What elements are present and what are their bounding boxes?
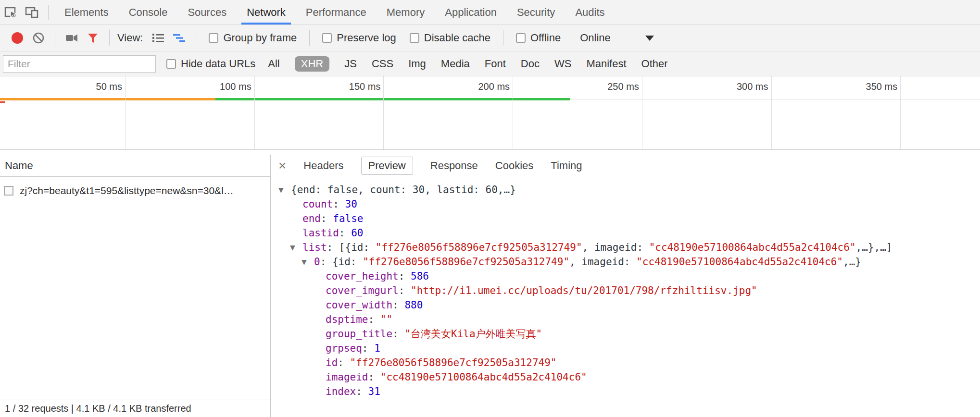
- type-filter-media[interactable]: Media: [441, 58, 470, 70]
- clear-button[interactable]: [28, 27, 49, 49]
- json-plain: ,…},…]: [856, 240, 892, 255]
- name-column-header[interactable]: Name: [0, 155, 270, 177]
- json-str: "台湾美女Kila户外唯美写真": [404, 327, 542, 341]
- preserve-log-option[interactable]: Preserve log: [322, 32, 396, 44]
- type-filter-manifest[interactable]: Manifest: [586, 58, 626, 70]
- type-filter-other[interactable]: Other: [641, 58, 668, 70]
- filter-input[interactable]: [3, 55, 156, 73]
- requests-pane: Name zj?ch=beauty&t1=595&listtype=new&sn…: [0, 155, 271, 417]
- type-filter-doc[interactable]: Doc: [521, 58, 540, 70]
- json-str: "http://i1.umei.cc/uploads/tu/201701/798…: [411, 283, 757, 298]
- tree-line: ▼list: [{id: "ff276e8056f58896e7cf92505a…: [271, 240, 980, 255]
- request-row[interactable]: zj?ch=beauty&t1=595&listtype=new&sn=30&l…: [0, 181, 270, 201]
- tree-line: id: "ff276e8056f58896e7cf92505a312749": [271, 356, 980, 370]
- offline-label: Offline: [530, 32, 561, 44]
- status-bar: 1 / 32 requests | 4.1 KB / 4.1 KB transf…: [0, 400, 270, 417]
- tree-line: cover_imgurl: "http://i1.umei.cc/uploads…: [271, 283, 980, 298]
- toolbar-separator: [196, 30, 196, 46]
- tree-line: ▼0: {id: "ff276e8056f58896e7cf92505a3127…: [271, 255, 980, 269]
- device-toolbar-button[interactable]: [21, 2, 42, 23]
- request-list: zj?ch=beauty&t1=595&listtype=new&sn=30&l…: [0, 177, 270, 201]
- preview-tree: ▼{end: false, count: 30, lastid: 60,…}co…: [271, 177, 980, 417]
- json-plain: : {id:: [320, 255, 363, 269]
- type-filter-xhr[interactable]: XHR: [295, 56, 329, 72]
- json-num: false: [333, 211, 363, 226]
- throttling-select[interactable]: Online: [580, 32, 654, 44]
- detail-tab-headers[interactable]: Headers: [303, 159, 343, 172]
- preserve-log-checkbox[interactable]: [322, 33, 332, 43]
- overview-toggle-button[interactable]: [169, 27, 190, 49]
- json-plain: ,…}: [843, 255, 861, 269]
- timeline-tick-label: 200 ms: [438, 81, 510, 92]
- list-view-icon: [151, 31, 165, 45]
- hide-data-urls-checkbox[interactable]: [166, 59, 176, 69]
- tree-line: grpseq: 1: [271, 341, 980, 356]
- tab-console[interactable]: Console: [119, 0, 178, 25]
- expander-icon[interactable]: ▼: [302, 255, 314, 269]
- json-key: cover_height: [326, 269, 399, 283]
- expander-icon[interactable]: ▼: [278, 183, 291, 197]
- json-key: count: [302, 197, 333, 211]
- detail-tab-cookies[interactable]: Cookies: [495, 159, 533, 172]
- tab-application[interactable]: Application: [435, 0, 507, 25]
- capture-screenshots-button[interactable]: [61, 27, 82, 49]
- type-filter-css[interactable]: CSS: [372, 58, 393, 70]
- json-num: 1: [374, 341, 380, 356]
- inspect-element-button[interactable]: [0, 2, 21, 23]
- type-filter-font[interactable]: Font: [485, 58, 506, 70]
- tab-network[interactable]: Network: [237, 0, 296, 25]
- group-by-frame-checkbox[interactable]: [209, 33, 218, 43]
- detail-tab-response[interactable]: Response: [430, 159, 478, 172]
- filter-toggle-button[interactable]: [82, 27, 103, 49]
- type-filters: AllXHRJSCSSImgMediaFontDocWSManifestOthe…: [268, 56, 667, 72]
- disable-cache-checkbox[interactable]: [410, 33, 419, 43]
- type-filter-ws[interactable]: WS: [554, 58, 571, 70]
- offline-checkbox[interactable]: [516, 33, 526, 43]
- tree-line: lastid: 60: [271, 226, 980, 240]
- timeline-ruler: 50 ms100 ms150 ms200 ms250 ms300 ms350 m…: [0, 76, 980, 100]
- offline-option[interactable]: Offline: [516, 32, 561, 44]
- close-icon[interactable]: ×: [278, 159, 286, 172]
- type-filter-img[interactable]: Img: [408, 58, 426, 70]
- timeline-tick-label: 300 ms: [696, 81, 768, 92]
- json-str: "ff276e8056f58896e7cf92505a312749": [350, 356, 557, 370]
- json-plain: :: [399, 269, 411, 283]
- list-view-button[interactable]: [148, 27, 169, 49]
- json-plain: :: [339, 226, 351, 240]
- json-num: 880: [404, 298, 423, 312]
- tree-line: count: 30: [271, 197, 980, 211]
- json-key: end: [302, 211, 321, 226]
- json-key: list: [302, 240, 327, 255]
- json-str: "cc48190e57100864abc4d55a2c4104c6": [649, 240, 856, 255]
- type-filter-js[interactable]: JS: [344, 58, 357, 70]
- detail-pane: × HeadersPreviewResponseCookiesTiming ▼{…: [271, 155, 980, 417]
- disable-cache-option[interactable]: Disable cache: [410, 32, 490, 44]
- tab-audits[interactable]: Audits: [565, 0, 615, 25]
- tab-memory[interactable]: Memory: [377, 0, 435, 25]
- json-plain: :: [368, 312, 380, 327]
- detail-tab-timing[interactable]: Timing: [551, 159, 582, 172]
- json-key: id: [326, 356, 338, 370]
- network-overview[interactable]: 50 ms100 ms150 ms200 ms250 ms300 ms350 m…: [0, 76, 980, 150]
- tab-security[interactable]: Security: [507, 0, 565, 25]
- group-by-frame-option[interactable]: Group by frame: [209, 32, 297, 44]
- json-num: 586: [411, 269, 429, 283]
- json-plain: :: [392, 327, 404, 341]
- timeline-tick-label: 50 ms: [50, 81, 122, 92]
- timeline-gridline: [900, 76, 901, 149]
- type-filter-all[interactable]: All: [268, 58, 279, 70]
- tab-elements[interactable]: Elements: [54, 0, 119, 25]
- timeline-gridline: [513, 76, 513, 149]
- hide-data-urls-option[interactable]: Hide data URLs: [166, 58, 255, 70]
- json-plain: :: [368, 370, 380, 384]
- tab-performance[interactable]: Performance: [296, 0, 377, 25]
- json-key: 0: [314, 255, 320, 269]
- expander-icon[interactable]: ▼: [290, 240, 302, 255]
- json-plain: :: [392, 298, 404, 312]
- overview-bar-orange: [0, 98, 215, 100]
- tab-sources[interactable]: Sources: [177, 0, 237, 25]
- record-button[interactable]: [12, 32, 23, 44]
- throttling-value: Online: [580, 32, 611, 44]
- json-key: index: [326, 384, 356, 399]
- detail-tab-preview[interactable]: Preview: [361, 157, 413, 175]
